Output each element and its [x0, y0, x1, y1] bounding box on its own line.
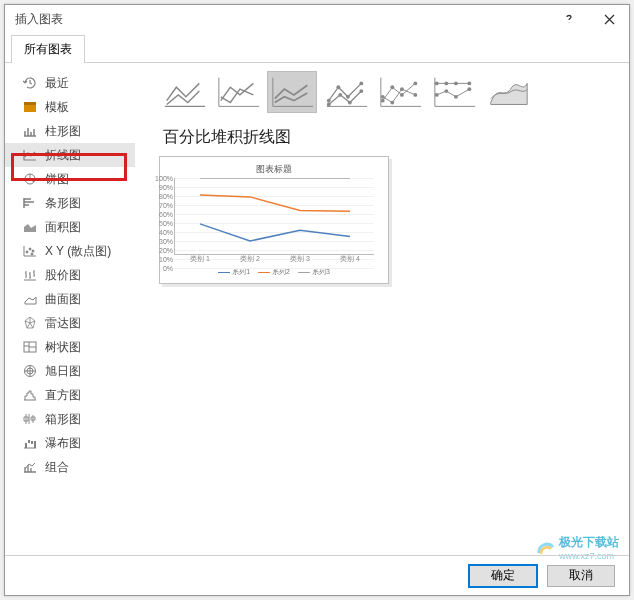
svg-point-26	[381, 95, 385, 99]
svg-point-16	[346, 95, 350, 99]
svg-rect-10	[25, 443, 27, 448]
y-tick: 20%	[151, 247, 173, 254]
preview-plot: 100%90%80%70%60%50%40%30%20%10%0%类别 1类别 …	[174, 178, 374, 255]
button-label: 确定	[491, 567, 515, 584]
category-label: X Y (散点图)	[45, 243, 111, 260]
category-label: 柱形图	[45, 123, 81, 140]
category-label: 最近	[45, 75, 69, 92]
svg-point-35	[444, 89, 448, 93]
svg-point-29	[413, 93, 417, 97]
combo-icon	[21, 459, 39, 475]
line-subtype-1[interactable]	[213, 71, 263, 113]
column-icon	[21, 123, 39, 139]
svg-point-23	[390, 85, 394, 89]
category-label: 箱形图	[45, 411, 81, 428]
svg-point-22	[381, 99, 385, 103]
category-bar[interactable]: 条形图	[5, 191, 135, 215]
svg-point-21	[359, 89, 363, 93]
category-label: 折线图	[45, 147, 81, 164]
category-combo[interactable]: 组合	[5, 455, 135, 479]
category-sidebar: 最近模板柱形图折线图饼图条形图面积图X Y (散点图)股价图曲面图雷达图树状图旭…	[5, 63, 135, 553]
svg-point-5	[32, 250, 34, 252]
svg-point-37	[467, 87, 471, 91]
svg-point-24	[400, 93, 404, 97]
chart-preview[interactable]: 图表标题 100%90%80%70%60%50%40%30%20%10%0%类别…	[159, 156, 389, 284]
svg-point-36	[454, 95, 458, 99]
y-tick: 90%	[151, 184, 173, 191]
category-waterfall[interactable]: 瀑布图	[5, 431, 135, 455]
radar-icon	[21, 315, 39, 331]
selected-chart-type-name: 百分比堆积折线图	[163, 127, 629, 148]
dialog-title: 插入图表	[15, 11, 63, 28]
svg-point-19	[338, 93, 342, 97]
close-button[interactable]	[589, 5, 629, 33]
category-sunburst[interactable]: 旭日图	[5, 359, 135, 383]
bar-icon	[21, 195, 39, 211]
category-pie[interactable]: 饼图	[5, 167, 135, 191]
help-button[interactable]	[549, 5, 589, 33]
titlebar: 插入图表	[5, 5, 629, 33]
category-area[interactable]: 面积图	[5, 215, 135, 239]
svg-point-15	[336, 85, 340, 89]
ok-button[interactable]: 确定	[469, 565, 537, 587]
svg-rect-11	[28, 440, 30, 443]
category-boxwhisker[interactable]: 箱形图	[5, 407, 135, 431]
scatter-icon	[21, 243, 39, 259]
svg-point-27	[390, 101, 394, 105]
line-subtype-2[interactable]	[267, 71, 317, 113]
sunburst-icon	[21, 363, 39, 379]
svg-point-18	[327, 103, 331, 107]
treemap-icon	[21, 339, 39, 355]
svg-point-30	[435, 81, 439, 85]
svg-point-4	[29, 248, 31, 250]
category-label: 组合	[45, 459, 69, 476]
line-subtype-3[interactable]	[321, 71, 371, 113]
tab-all-charts[interactable]: 所有图表	[11, 35, 85, 63]
category-label: 雷达图	[45, 315, 81, 332]
y-tick: 80%	[151, 193, 173, 200]
category-column[interactable]: 柱形图	[5, 119, 135, 143]
category-label: 直方图	[45, 387, 81, 404]
category-label: 树状图	[45, 339, 81, 356]
category-line[interactable]: 折线图	[5, 143, 135, 167]
category-label: 饼图	[45, 171, 69, 188]
category-radar[interactable]: 雷达图	[5, 311, 135, 335]
stock-icon	[21, 267, 39, 283]
category-stock[interactable]: 股价图	[5, 263, 135, 287]
preview-title: 图表标题	[256, 163, 292, 176]
category-template[interactable]: 模板	[5, 95, 135, 119]
category-histogram[interactable]: 直方图	[5, 383, 135, 407]
line-subtype-6[interactable]	[483, 71, 533, 113]
line-subtype-5[interactable]	[429, 71, 479, 113]
y-tick: 10%	[151, 256, 173, 263]
svg-point-34	[435, 93, 439, 97]
category-label: 旭日图	[45, 363, 81, 380]
y-tick: 60%	[151, 211, 173, 218]
category-recent[interactable]: 最近	[5, 71, 135, 95]
category-label: 股价图	[45, 267, 81, 284]
subtype-row	[159, 71, 629, 113]
line-subtype-4[interactable]	[375, 71, 425, 113]
y-tick: 100%	[151, 175, 173, 182]
waterfall-icon	[21, 435, 39, 451]
line-subtype-0[interactable]	[159, 71, 209, 113]
svg-point-33	[467, 81, 471, 85]
svg-point-31	[444, 81, 448, 85]
y-tick: 0%	[151, 265, 173, 272]
y-tick: 70%	[151, 202, 173, 209]
category-treemap[interactable]: 树状图	[5, 335, 135, 359]
svg-point-17	[359, 81, 363, 85]
area-icon	[21, 219, 39, 235]
boxwhisker-icon	[21, 411, 39, 427]
svg-point-25	[413, 81, 417, 85]
category-xy[interactable]: X Y (散点图)	[5, 239, 135, 263]
svg-rect-1	[24, 102, 36, 105]
svg-rect-12	[31, 441, 33, 444]
cancel-button[interactable]: 取消	[547, 565, 615, 587]
button-label: 取消	[569, 567, 593, 584]
tab-label: 所有图表	[24, 42, 72, 56]
recent-icon	[21, 75, 39, 91]
category-surface[interactable]: 曲面图	[5, 287, 135, 311]
histogram-icon	[21, 387, 39, 403]
category-label: 条形图	[45, 195, 81, 212]
